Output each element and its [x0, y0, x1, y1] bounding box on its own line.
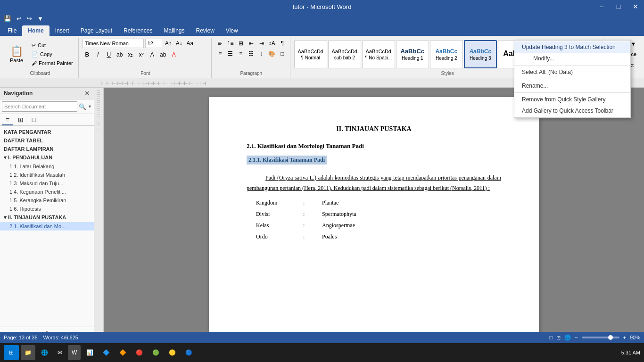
decrease-indent-button[interactable]: ⇤ — [247, 39, 256, 48]
nav-item-daftar-lampiran[interactable]: DAFTAR LAMPIRAN — [0, 145, 94, 153]
clear-format-button[interactable]: Aa — [185, 39, 195, 48]
minimize-button[interactable]: − — [593, 0, 610, 13]
nav-item-maksud[interactable]: 1.3. Maksud dan Tuju... — [0, 179, 94, 188]
borders-button[interactable]: □ — [278, 49, 287, 58]
superscript-button[interactable]: x² — [137, 50, 146, 59]
strikethrough-button[interactable]: ab — [115, 50, 124, 59]
close-button[interactable]: ✕ — [627, 0, 644, 13]
justify-button[interactable]: ☷ — [247, 49, 256, 58]
nav-tab-results[interactable]: □ — [28, 115, 40, 125]
numbering-button[interactable]: 1≡ — [226, 39, 235, 48]
line-spacing-button[interactable]: ↕ — [257, 49, 266, 58]
multilevel-button[interactable]: ⊞ — [236, 39, 246, 48]
search-icon[interactable]: 🔍 — [79, 103, 86, 110]
taskbar-icon1[interactable]: 🔷 — [99, 345, 114, 360]
italic-button[interactable]: I — [93, 50, 103, 59]
maximize-button[interactable]: □ — [610, 0, 627, 13]
format-painter-button[interactable]: 🖌 Format Painter — [29, 59, 75, 67]
context-menu-select-all[interactable]: Select All: (No Data) — [514, 66, 630, 78]
align-right-button[interactable]: ≡ — [236, 49, 246, 58]
search-dropdown[interactable]: ▼ — [88, 104, 92, 109]
sort-button[interactable]: ↕A — [267, 39, 277, 48]
increase-font-button[interactable]: A↑ — [164, 39, 173, 48]
nav-item-latar-belakang[interactable]: 1.1. Latar Belakang — [0, 162, 94, 171]
nav-close-button[interactable]: ✕ — [84, 90, 90, 97]
bold-button[interactable]: B — [83, 50, 92, 59]
search-input[interactable] — [2, 101, 77, 112]
text-highlight-button[interactable]: ab — [158, 50, 168, 59]
taskbar-excel[interactable]: 📊 — [83, 345, 97, 360]
style-normal[interactable]: AaBbCcDd ¶ Normal — [294, 40, 327, 68]
context-menu-update-heading3[interactable]: Update Heading 3 to Match Selection — [514, 41, 630, 53]
font-row1: A↑ A↓ Aa — [83, 39, 195, 48]
zoom-out-btn[interactable]: − — [575, 335, 578, 340]
underline-button[interactable]: U — [104, 50, 114, 59]
nav-tab-headings[interactable]: ≡ — [2, 115, 13, 125]
text-effect-button[interactable]: A — [148, 50, 157, 59]
style-nospace[interactable]: AaBbCcDd ¶ No Spaci... — [362, 40, 395, 68]
font-color-button[interactable]: A — [169, 50, 179, 59]
tab-mailings[interactable]: Mailings — [158, 25, 190, 36]
taskbar-clock[interactable]: 5:31 AM — [621, 350, 640, 355]
context-menu-remove-gallery[interactable]: Remove from Quick Style Gallery — [514, 94, 630, 105]
style-subbab2[interactable]: AaBbCcDd sub bab 2 — [328, 40, 361, 68]
style-heading2[interactable]: AaBbCc Heading 2 — [430, 40, 463, 68]
zoom-in-btn[interactable]: + — [623, 335, 626, 340]
bullets-button[interactable]: ≡· — [215, 39, 225, 48]
tab-file[interactable]: File — [2, 25, 22, 36]
subscript-button[interactable]: x₂ — [126, 50, 135, 59]
nav-item-kata-pengantar[interactable]: KATA PENGANTAR — [0, 128, 94, 136]
font-size-input[interactable] — [145, 39, 162, 48]
taskbar-file-explorer[interactable]: 📁 — [21, 345, 35, 360]
nav-item-daftar-tabel[interactable]: DAFTAR TABEL — [0, 136, 94, 145]
nav-item-tinjauan-pustaka[interactable]: ▾ II. TINJAUAN PUSTAKA — [0, 213, 94, 222]
style-heading1[interactable]: AaBbCc Heading 1 — [396, 40, 429, 68]
style-heading3[interactable]: AaBbCc Heading 3 — [464, 40, 497, 68]
nav-item-klasifikasi[interactable]: 2.1. Klasifikasi dan Mo... — [0, 222, 94, 230]
tab-insert[interactable]: Insert — [50, 25, 75, 36]
align-center-button[interactable]: ☰ — [226, 49, 235, 58]
copy-button[interactable]: 📄 Copy — [29, 50, 75, 58]
nav-tab-pages[interactable]: ⊞ — [15, 115, 26, 125]
kingdom-sep: : — [303, 197, 313, 208]
font-name-input[interactable] — [83, 39, 144, 48]
view-normal-btn[interactable]: □ — [549, 335, 553, 340]
taskbar-word[interactable]: W — [68, 345, 81, 360]
quick-access-dropdown[interactable]: ▼ — [35, 14, 45, 23]
document-page[interactable]: II. TINJAUAN PUSTAKA 2.1. Klasifikasi da… — [209, 97, 539, 341]
context-menu-add-toolbar[interactable]: Add Gallery to Quick Access Toolbar — [514, 105, 630, 116]
cut-button[interactable]: ✂ Cut — [29, 41, 75, 49]
redo-button[interactable]: ↪ — [25, 14, 34, 23]
nav-item-identifikasi[interactable]: 1.2. Identifikasi Masalah — [0, 171, 94, 179]
nav-item-kegunaan[interactable]: 1.4. Kegunaan Peneliti... — [0, 188, 94, 196]
taskbar-icon6[interactable]: 🔵 — [182, 345, 196, 360]
tab-view[interactable]: View — [220, 25, 244, 36]
taskbar-email[interactable]: ✉ — [54, 345, 66, 360]
context-menu-rename[interactable]: Rename... — [514, 80, 630, 91]
tab-home[interactable]: Home — [22, 25, 49, 36]
context-menu-modify[interactable]: Modify... — [514, 53, 630, 64]
tab-page-layout[interactable]: Page Layout — [75, 25, 118, 36]
increase-indent-button[interactable]: ⇥ — [257, 39, 266, 48]
taskbar-icon5[interactable]: 🟡 — [165, 345, 180, 360]
zoom-slider[interactable] — [582, 337, 619, 338]
paste-button[interactable]: 📋 Paste — [5, 40, 28, 68]
tab-references[interactable]: References — [118, 25, 158, 36]
decrease-font-button[interactable]: A↓ — [174, 39, 184, 48]
taskbar-icon2[interactable]: 🔶 — [116, 345, 130, 360]
nav-item-pendahuluan[interactable]: ▾ I. PENDAHULUAN — [0, 153, 94, 162]
nav-item-hipotesis[interactable]: 1.6. Hipotesis — [0, 205, 94, 213]
view-layout-btn[interactable]: ⊡ — [556, 335, 561, 341]
tab-review[interactable]: Review — [190, 25, 220, 36]
view-web-btn[interactable]: 🌐 — [564, 335, 571, 341]
undo-button[interactable]: ↩ — [15, 14, 24, 23]
start-button[interactable]: ⊞ — [4, 345, 19, 360]
align-left-button[interactable]: ≡ — [215, 49, 225, 58]
taskbar-browser[interactable]: 🌐 — [37, 345, 52, 360]
taskbar-icon4[interactable]: 🟢 — [149, 345, 163, 360]
shading-button[interactable]: 🎨 — [267, 49, 277, 58]
save-quick-button[interactable]: 💾 — [2, 14, 13, 23]
taskbar-icon3[interactable]: 🔴 — [132, 345, 147, 360]
nav-item-kerangka[interactable]: 1.5. Kerangka Pemikiran — [0, 196, 94, 205]
show-hide-button[interactable]: ¶ — [278, 39, 287, 48]
